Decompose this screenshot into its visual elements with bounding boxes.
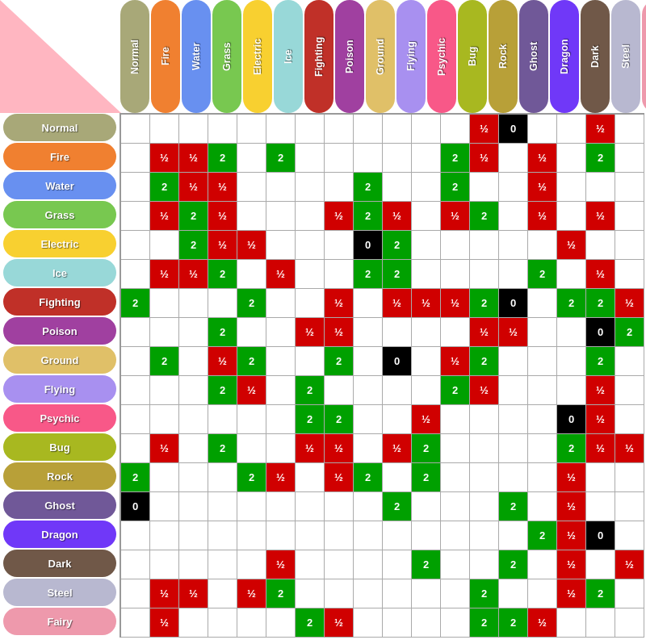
cell-r2-c2: ½ [179,173,208,202]
cell-r17-c9 [383,608,412,638]
cell-r2-c16 [586,173,615,202]
cell-r11-c14 [528,434,557,463]
cell-r14-c2 [179,521,208,550]
cell-r13-c8 [354,492,383,521]
cell-r1-c2: ½ [179,144,208,173]
cell-r10-c5 [266,405,296,434]
attacker-type-ghost: Ghost [3,491,116,519]
cell-r7-c5 [266,318,296,347]
cell-r7-c13: ½ [499,318,528,347]
cell-r5-c9: 2 [383,260,412,289]
cell-r13-c7 [325,492,354,521]
cell-r8-c6 [296,347,325,376]
cell-r9-c17 [615,376,644,405]
attacker-type-fairy: Fairy [3,608,116,635]
attacker-type-fighting: Fighting [3,288,116,316]
cell-r7-c17: 2 [615,318,644,347]
cell-r17-c12: 2 [470,608,499,638]
cell-r10-c3 [208,405,237,434]
cell-r12-c1 [150,463,179,492]
cell-r4-c0 [121,231,150,260]
cell-r6-c11: ½ [441,289,470,318]
attacker-type-rock: Rock [3,462,116,490]
cell-r6-c7: ½ [325,289,354,318]
cell-r12-c2 [179,463,208,492]
cell-r5-c5: ½ [266,260,296,289]
cell-r3-c11: ½ [441,202,470,231]
cell-r2-c8: 2 [354,173,383,202]
cell-r9-c12: ½ [470,376,499,405]
attacker-type-dragon: Dragon [3,521,116,548]
cell-r11-c16: ½ [586,434,615,463]
cell-r6-c1 [150,289,179,318]
cell-r17-c1: ½ [150,608,179,638]
cell-r6-c13: 0 [499,289,528,318]
cell-r16-c17 [615,579,644,608]
cell-r1-c0 [121,144,150,173]
cell-r5-c7 [325,260,354,289]
cell-r10-c17 [615,405,644,434]
cell-r13-c11 [441,492,470,521]
cell-r9-c6: 2 [296,376,325,405]
cell-r16-c3 [208,579,237,608]
cell-r14-c15: ½ [557,521,586,550]
defender-type-fire: Fire [151,0,180,113]
cell-r4-c16 [586,231,615,260]
cell-r8-c2 [179,347,208,376]
cell-r9-c1 [150,376,179,405]
cell-r14-c7 [325,521,354,550]
cell-r8-c9: 0 [383,347,412,376]
cell-r12-c11 [441,463,470,492]
cell-r10-c15: 0 [557,405,586,434]
cell-r15-c6 [296,550,325,579]
attacker-type-normal: Normal [3,114,116,141]
cell-r6-c4: 2 [237,289,266,318]
cell-r11-c1: ½ [150,434,179,463]
cell-r7-c4 [237,318,266,347]
cell-r8-c4: 2 [237,347,266,376]
cell-r8-c0 [121,347,150,376]
cell-r15-c8 [354,550,383,579]
cell-r14-c9 [383,521,412,550]
cell-r1-c8 [354,144,383,173]
cell-r13-c6 [296,492,325,521]
cell-r12-c7: ½ [325,463,354,492]
attacker-type-dark: Dark [3,550,116,577]
cell-r1-c6 [296,144,325,173]
cell-r10-c2 [179,405,208,434]
cell-r5-c17 [615,260,644,289]
cell-r5-c0 [121,260,150,289]
cell-r12-c12 [470,463,499,492]
attacker-type-steel: Steel [3,579,116,606]
cell-r1-c7 [325,144,354,173]
cell-r0-c6 [296,115,325,144]
chart-container: NormalFireWaterGrassElectricIceFightingP… [0,0,646,644]
defender-type-ice: Ice [274,0,303,113]
cell-r9-c3: 2 [208,376,237,405]
cell-r4-c2: 2 [179,231,208,260]
effectiveness-grid: ½0½½½222½½22½½22½½2½½2½½2½½2½½02½½½2½222… [120,113,644,638]
cell-r6-c8 [354,289,383,318]
corner-label [0,0,121,113]
cell-r7-c6: ½ [296,318,325,347]
cell-r15-c12 [470,550,499,579]
cell-r13-c9: 2 [383,492,412,521]
cell-r0-c16: ½ [586,115,615,144]
cell-r10-c8 [354,405,383,434]
cell-r16-c13 [499,579,528,608]
cell-r5-c6 [296,260,325,289]
cell-r2-c10 [412,173,441,202]
defender-type-rock: Rock [489,0,518,113]
cell-r16-c1: ½ [150,579,179,608]
cell-r2-c12 [470,173,499,202]
attacker-type-bug: Bug [3,433,116,461]
cell-r17-c15 [557,608,586,638]
cell-r0-c15 [557,115,586,144]
cell-r16-c4: ½ [237,579,266,608]
cell-r10-c16: ½ [586,405,615,434]
cell-r17-c4 [237,608,266,638]
defender-type-electric: Electric [243,0,272,113]
cell-r6-c5 [266,289,296,318]
cell-r16-c5: 2 [266,579,296,608]
cell-r15-c2 [179,550,208,579]
